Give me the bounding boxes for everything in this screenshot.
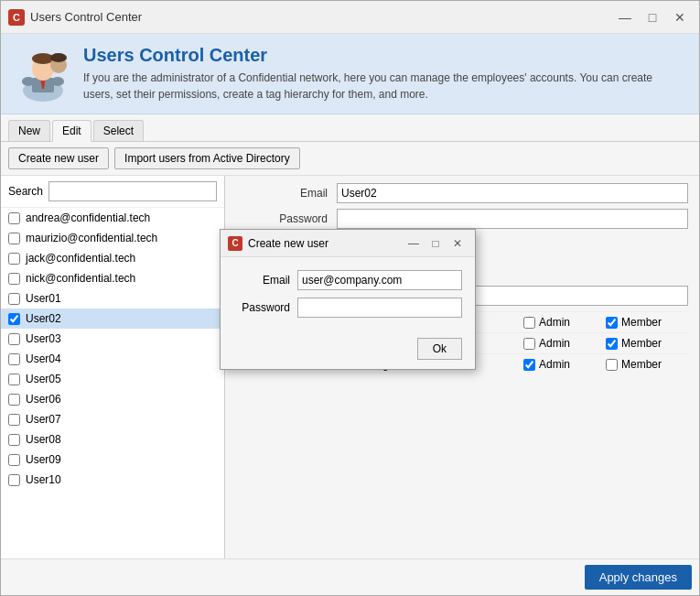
list-item[interactable]: User08 [1, 429, 224, 450]
member-col: Member [606, 337, 688, 350]
list-item[interactable]: maurizio@confidential.tech [1, 228, 224, 248]
admin-label: Admin [539, 358, 570, 371]
modal-footer: Ok [221, 334, 475, 369]
modal-email-row: Email [233, 270, 462, 290]
password-label: Password [236, 212, 337, 225]
modal-minimize-button[interactable]: — [404, 235, 424, 252]
user-label: User04 [26, 352, 61, 365]
list-item[interactable]: User05 [1, 369, 224, 389]
user-checkbox[interactable] [8, 394, 20, 406]
list-item[interactable]: User03 [1, 329, 224, 349]
member-label: Member [621, 337, 662, 350]
user-checkbox[interactable] [8, 474, 20, 486]
app-description: If you are the administrator of a Confid… [83, 70, 684, 103]
list-item[interactable]: User01 [1, 288, 224, 309]
user-checkbox[interactable] [8, 273, 20, 285]
modal-maximize-button[interactable]: □ [425, 235, 446, 252]
user-label: User01 [26, 292, 61, 305]
left-panel: Search andrea@confidential.techmaurizio@… [1, 176, 225, 558]
user-checkbox[interactable] [8, 293, 20, 305]
user-checkbox[interactable] [8, 434, 20, 446]
modal-ok-button[interactable]: Ok [417, 338, 462, 360]
admin-col: Admin [523, 337, 606, 350]
user-checkbox[interactable] [8, 212, 20, 224]
user-checkbox[interactable] [8, 313, 20, 325]
create-user-dialog: C Create new user — □ ✕ Email Password O… [220, 229, 476, 370]
apply-btn-row: Apply changes [1, 558, 699, 595]
admin-checkbox[interactable] [523, 359, 535, 371]
list-item[interactable]: User09 [1, 450, 224, 470]
list-item[interactable]: User10 [1, 470, 224, 490]
window-controls: — □ ✕ [613, 7, 692, 27]
close-button[interactable]: ✕ [668, 7, 692, 27]
minimize-button[interactable]: — [613, 7, 637, 27]
user-label: maurizio@confidential.tech [26, 232, 157, 244]
user-checkbox[interactable] [8, 333, 20, 345]
list-item[interactable]: jack@confidential.tech [1, 248, 224, 268]
modal-app-icon: C [228, 236, 242, 251]
user-checkbox[interactable] [8, 233, 20, 244]
user-label: User02 [26, 312, 61, 325]
modal-close-button[interactable]: ✕ [447, 235, 468, 252]
modal-password-row: Password [233, 298, 462, 318]
tab-new[interactable]: New [8, 120, 50, 141]
member-col: Member [606, 358, 688, 371]
header-content: Users Control Center If you are the admi… [83, 45, 684, 103]
maximize-button[interactable]: □ [641, 7, 664, 27]
member-checkbox[interactable] [606, 317, 618, 329]
user-label: User03 [26, 332, 61, 345]
admin-col: Admin [523, 316, 606, 329]
member-label: Member [621, 358, 662, 371]
list-item[interactable]: nick@confidential.tech [1, 268, 224, 288]
app-title: Users Control Center [83, 45, 684, 66]
user-label: jack@confidential.tech [26, 252, 135, 265]
modal-title-bar: C Create new user — □ ✕ [221, 230, 475, 257]
list-item[interactable]: User04 [1, 349, 224, 369]
user-checkbox[interactable] [8, 253, 20, 265]
app-header: Users Control Center If you are the admi… [1, 34, 699, 114]
window-title: Users Control Center [30, 10, 613, 24]
member-checkbox[interactable] [606, 359, 618, 371]
admin-checkbox[interactable] [523, 317, 535, 329]
user-checkbox[interactable] [8, 414, 20, 426]
email-input[interactable] [337, 183, 688, 203]
user-checkbox[interactable] [8, 454, 20, 466]
member-checkbox[interactable] [606, 338, 618, 350]
user-label: User09 [26, 453, 61, 466]
search-label: Search [8, 185, 43, 198]
admin-checkbox[interactable] [523, 338, 535, 350]
list-item[interactable]: andrea@confidential.tech [1, 208, 224, 228]
app-icon: C [8, 9, 25, 26]
search-input[interactable] [48, 181, 217, 201]
user-label: nick@confidential.tech [26, 272, 135, 285]
admin-label: Admin [539, 316, 570, 329]
modal-email-label: Email [233, 274, 297, 287]
apply-changes-button[interactable]: Apply changes [585, 565, 692, 590]
password-input[interactable] [337, 209, 688, 229]
user-label: User06 [26, 393, 61, 406]
modal-email-input[interactable] [297, 270, 462, 290]
user-checkbox[interactable] [8, 374, 20, 385]
search-row: Search [1, 176, 224, 208]
modal-password-label: Password [233, 301, 297, 314]
tab-select[interactable]: Select [93, 120, 144, 141]
user-label: andrea@confidential.tech [26, 211, 150, 224]
user-label: User10 [26, 473, 61, 486]
user-checkbox[interactable] [8, 353, 20, 365]
modal-body: Email Password [221, 257, 475, 334]
import-users-button[interactable]: Import users from Active Directory [114, 147, 300, 169]
email-label: Email [236, 187, 337, 200]
user-label: User05 [26, 373, 61, 385]
list-item[interactable]: User02 [1, 309, 224, 329]
header-icon [16, 47, 70, 102]
tab-edit[interactable]: Edit [52, 120, 92, 142]
admin-col: Admin [523, 358, 606, 371]
modal-password-input[interactable] [297, 298, 462, 318]
modal-controls: — □ ✕ [404, 235, 468, 252]
member-col: Member [606, 316, 688, 329]
list-item[interactable]: User07 [1, 409, 224, 429]
create-user-button[interactable]: Create new user [8, 147, 109, 169]
user-list: andrea@confidential.techmaurizio@confide… [1, 208, 224, 558]
list-item[interactable]: User06 [1, 389, 224, 409]
svg-point-5 [22, 77, 35, 86]
